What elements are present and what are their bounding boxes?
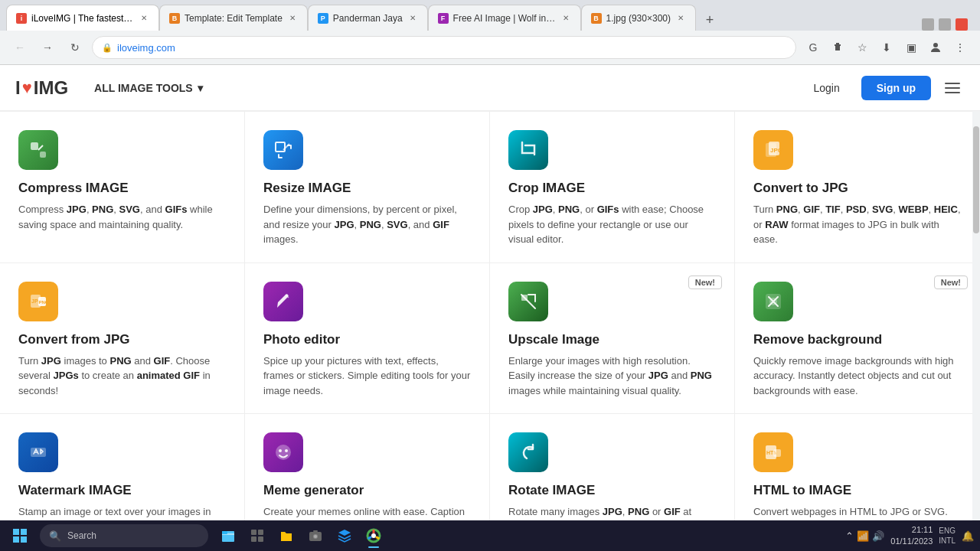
taskbar-app-camera[interactable]	[302, 522, 329, 549]
volume-icon[interactable]: 🔊	[872, 530, 884, 542]
tool-icon-rotate	[508, 432, 548, 472]
tool-desc: Turn JPG images to PNG and GIF. Choose s…	[18, 354, 226, 399]
tab-4[interactable]: F Free AI Image | Wolf in n... ✕	[428, 5, 581, 31]
taskbar-search[interactable]: 🔍 Search	[40, 524, 208, 547]
tool-card-convert-jpg[interactable]: JPG Convert to JPG Turn PNG, GIF, TIF, P…	[735, 112, 980, 263]
svg-rect-22	[21, 529, 27, 535]
tool-card-crop[interactable]: Crop IMAGE Crop JPG, PNG, or GIFs with e…	[490, 112, 735, 263]
header-right: Login Sign up	[801, 76, 965, 100]
chevron-up-icon[interactable]: ⌃	[845, 530, 854, 542]
svg-point-16	[279, 449, 282, 452]
tab-5[interactable]: B 1.jpg (930×300) ✕	[581, 5, 696, 31]
tab-bar: i iLoveIMG | The fastest fr... ✕ B Templ…	[0, 0, 980, 31]
signup-button[interactable]: Sign up	[861, 76, 931, 100]
main-content: Compress IMAGE Compress JPG, PNG, SVG, a…	[0, 111, 980, 551]
url-text: iloveimg.com	[117, 42, 786, 54]
tool-card-resize[interactable]: Resize IMAGE Define your dimensions, by …	[245, 112, 490, 263]
new-tab-button[interactable]: +	[699, 9, 720, 31]
tool-card-remove-bg[interactable]: New! Remove background Quickly remove im…	[735, 263, 980, 415]
tab-close-1[interactable]: ✕	[139, 13, 149, 24]
scrollbar-thumb[interactable]	[973, 126, 979, 233]
back-button[interactable]: ←	[9, 37, 31, 58]
network-icon[interactable]: 📶	[857, 530, 869, 542]
tab-title-2: Template: Edit Template	[185, 13, 283, 24]
reload-button[interactable]: ↻	[64, 37, 86, 58]
google-icon[interactable]: G	[802, 37, 824, 58]
tab-close-2[interactable]: ✕	[287, 13, 298, 24]
tab-favicon-3: P	[318, 13, 328, 24]
download-icon[interactable]: ⬇	[876, 37, 897, 58]
taskbar-app-files[interactable]	[214, 522, 242, 549]
minimize-button[interactable]	[922, 18, 934, 31]
svg-rect-23	[13, 536, 19, 543]
taskbar-datetime[interactable]: 21:11 01/11/2023	[890, 524, 933, 548]
tool-desc: Crop JPG, PNG, or GIFs with ease; Choose…	[508, 202, 716, 247]
taskbar-app-store[interactable]	[331, 522, 358, 549]
taskbar-right: ⌃ 📶 🔊 21:11 01/11/2023 ENGINTL 🔔	[845, 524, 974, 548]
tool-title-html-to-image: HTML to IMAGE	[753, 483, 962, 498]
tool-card-photo-editor[interactable]: Photo editor Spice up your pictures with…	[245, 263, 490, 415]
svg-text:JPG: JPG	[770, 147, 782, 154]
more-options-icon[interactable]: ⋮	[949, 37, 971, 58]
tool-desc: Turn PNG, GIF, TIF, PSD, SVG, WEBP, HEIC…	[753, 202, 962, 247]
url-bar[interactable]: 🔒 iloveimg.com	[92, 36, 796, 59]
tab-1[interactable]: i iLoveIMG | The fastest fr... ✕	[6, 5, 159, 31]
tool-title-crop: Crop IMAGE	[508, 181, 716, 196]
extensions-icon[interactable]	[827, 37, 848, 58]
tool-card-upscale[interactable]: New! Upscale Image Enlarge your images w…	[490, 263, 735, 415]
sidebar-icon[interactable]: ▣	[900, 37, 922, 58]
tool-desc: Spice up your pictures with text, effect…	[263, 354, 471, 399]
taskbar-app-taskview[interactable]	[243, 522, 271, 549]
all-tools-label: ALL IMAGE TOOLS	[94, 82, 193, 94]
notification-icon[interactable]: 🔔	[962, 530, 974, 542]
site-header: I ♥ IMG ALL IMAGE TOOLS ▾ Login Sign up	[0, 65, 980, 111]
hamburger-menu-button[interactable]	[940, 76, 965, 100]
tool-icon-meme	[263, 432, 303, 472]
tool-icon-upscale	[508, 282, 548, 321]
new-badge: New!	[934, 276, 968, 289]
taskbar-app-explorer[interactable]	[273, 522, 300, 549]
address-bar: ← → ↻ 🔒 iloveimg.com G ☆ ⬇ ▣ ⋮	[0, 31, 980, 64]
login-button[interactable]: Login	[801, 77, 851, 99]
maximize-button[interactable]	[939, 18, 951, 31]
tool-title-upscale: Upscale Image	[508, 332, 716, 347]
tab-favicon-5: B	[591, 13, 602, 24]
taskbar-app-chrome[interactable]	[360, 522, 387, 549]
tool-icon-watermark	[18, 432, 58, 472]
menu-line-1	[945, 83, 960, 84]
taskbar-date: 01/11/2023	[890, 536, 933, 547]
tool-icon-html-to-image: HTML	[753, 432, 793, 472]
svg-rect-27	[251, 530, 256, 535]
tool-title-remove-bg: Remove background	[753, 332, 962, 347]
tab-close-3[interactable]: ✕	[407, 13, 418, 24]
svg-point-36	[371, 533, 376, 538]
tool-card-convert-from-jpg[interactable]: JPGPNG Convert from JPG Turn JPG images …	[0, 263, 245, 415]
tool-desc: Define your dimensions, by percent or pi…	[263, 202, 471, 247]
tab-close-5[interactable]: ✕	[675, 13, 686, 24]
all-tools-button[interactable]: ALL IMAGE TOOLS ▾	[83, 77, 214, 99]
tool-title-convert-jpg: Convert to JPG	[753, 181, 962, 196]
svg-rect-28	[258, 530, 263, 535]
bookmark-icon[interactable]: ☆	[851, 37, 873, 58]
start-button[interactable]	[6, 522, 34, 549]
svg-text:PNG: PNG	[39, 300, 49, 305]
tab-title-4: Free AI Image | Wolf in n...	[453, 13, 556, 24]
tab-title-3: Panderman Jaya	[333, 13, 403, 24]
forward-button[interactable]: →	[37, 37, 58, 58]
tool-desc: Quickly remove image backgrounds with hi…	[753, 354, 962, 399]
close-button[interactable]	[956, 18, 968, 31]
logo-i: I	[15, 77, 21, 99]
tab-2[interactable]: B Template: Edit Template ✕	[159, 5, 308, 31]
tool-card-compress[interactable]: Compress IMAGE Compress JPG, PNG, SVG, a…	[0, 112, 245, 263]
svg-rect-24	[21, 536, 27, 543]
logo[interactable]: I ♥ IMG	[15, 77, 68, 99]
scrollbar-track[interactable]	[972, 111, 980, 521]
tool-title-resize: Resize IMAGE	[263, 181, 471, 196]
tab-close-4[interactable]: ✕	[560, 13, 571, 24]
svg-rect-29	[251, 536, 256, 542]
tool-icon-convert-jpg: JPG	[753, 130, 793, 170]
profile-icon[interactable]	[925, 37, 946, 58]
tab-3[interactable]: P Panderman Jaya ✕	[308, 5, 428, 31]
taskbar-lang[interactable]: ENGINTL	[939, 526, 956, 546]
new-badge: New!	[688, 276, 722, 289]
